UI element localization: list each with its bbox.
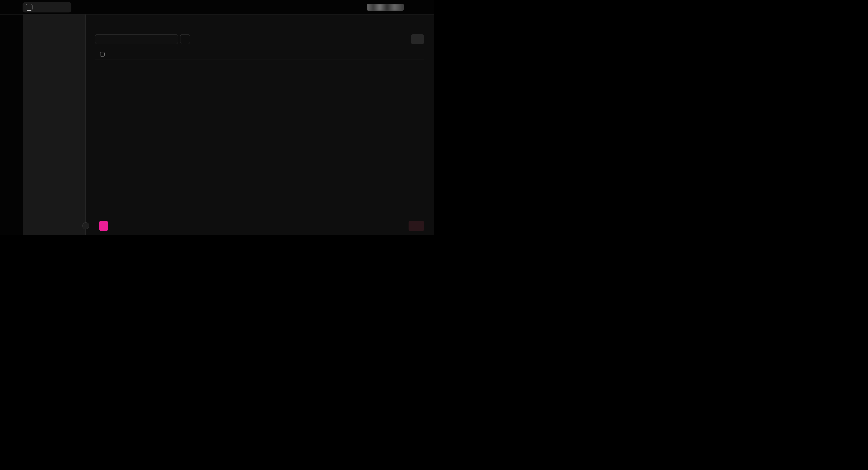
trash-icon bbox=[413, 224, 417, 228]
groups-table bbox=[95, 50, 424, 59]
app-shell bbox=[0, 14, 434, 235]
delete-group-button[interactable] bbox=[409, 221, 424, 231]
filter-button[interactable] bbox=[180, 34, 190, 44]
chevron-down-icon bbox=[64, 5, 68, 9]
chevron-down-icon bbox=[417, 37, 421, 41]
person-scan-icon[interactable] bbox=[406, 5, 411, 10]
filter-icon bbox=[183, 37, 187, 41]
toolbar bbox=[95, 34, 424, 44]
sidebar-spacer bbox=[0, 16, 23, 230]
column-header-name[interactable] bbox=[110, 53, 179, 57]
uplynk-logo[interactable] bbox=[5, 4, 14, 10]
actions-button[interactable] bbox=[411, 34, 424, 44]
sort-icon[interactable] bbox=[116, 53, 119, 57]
app-window bbox=[0, 0, 434, 235]
bell-icon[interactable] bbox=[415, 5, 421, 10]
table-header-row bbox=[95, 50, 424, 59]
org-selector[interactable] bbox=[23, 2, 71, 12]
sparkle-icon[interactable] bbox=[425, 5, 430, 10]
sidebar-collapse-button[interactable] bbox=[82, 222, 89, 229]
sort-icon[interactable] bbox=[372, 53, 376, 57]
select-all-cell bbox=[95, 52, 110, 57]
table-footer bbox=[99, 220, 424, 232]
home-icon-box bbox=[26, 4, 32, 11]
topbar bbox=[0, 0, 434, 14]
page-description bbox=[95, 24, 424, 28]
search-box bbox=[95, 34, 178, 44]
redacted-search[interactable] bbox=[367, 4, 404, 11]
sidebar-divider bbox=[4, 231, 20, 231]
main-content bbox=[86, 14, 434, 235]
redacted-search-group[interactable] bbox=[367, 4, 411, 11]
uplynk-logo-icon bbox=[5, 4, 12, 10]
search-input[interactable] bbox=[95, 34, 178, 44]
sidebar bbox=[0, 14, 23, 235]
add-group-button[interactable] bbox=[99, 221, 108, 231]
topbar-right bbox=[367, 4, 430, 11]
subnav bbox=[23, 14, 86, 235]
home-icon bbox=[27, 5, 31, 9]
select-all-checkbox[interactable] bbox=[100, 52, 104, 57]
search-icon bbox=[98, 37, 102, 41]
column-header-created[interactable] bbox=[366, 53, 408, 57]
chevron-left-icon bbox=[84, 224, 88, 228]
redaction-blur bbox=[367, 4, 404, 11]
